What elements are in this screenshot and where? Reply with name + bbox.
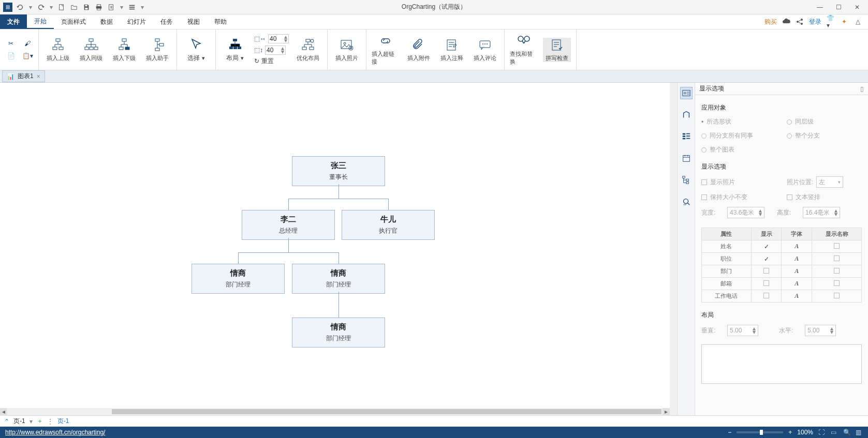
- apps-icon[interactable]: ✦: [840, 18, 848, 26]
- cloud-icon[interactable]: [782, 18, 790, 26]
- qat-dropdown-icon[interactable]: ▾: [28, 3, 33, 12]
- hspacing-input[interactable]: 40▴▾: [268, 34, 289, 43]
- add-page-icon[interactable]: ＋: [37, 417, 43, 426]
- org-node-root[interactable]: 张三 董事长: [292, 156, 385, 186]
- scroll-thumb[interactable]: [112, 409, 661, 414]
- insert-subordinate-button[interactable]: 插入下级: [110, 38, 138, 62]
- dock-shape-icon[interactable]: [680, 109, 693, 121]
- org-node[interactable]: 情商 部门经理: [192, 264, 285, 294]
- zoom-out-icon[interactable]: −: [728, 429, 731, 436]
- insert-hyperlink-button[interactable]: 插入超链接: [372, 34, 400, 66]
- select-button[interactable]: 选择 ▾: [182, 37, 210, 63]
- show-cell[interactable]: [751, 265, 782, 278]
- zoom-tool-icon[interactable]: 🔍: [843, 429, 850, 436]
- showname-cell[interactable]: [812, 253, 862, 265]
- qat-dropdown2-icon[interactable]: ▾: [49, 3, 54, 12]
- ruler-icon[interactable]: ▥: [856, 429, 863, 436]
- qat-dropdown4-icon[interactable]: ▾: [140, 3, 145, 12]
- insert-comment-button[interactable]: 插入评论: [471, 38, 499, 62]
- zoom-in-icon[interactable]: +: [788, 429, 792, 436]
- page-tab[interactable]: 页-1: [57, 417, 69, 426]
- status-url[interactable]: http://www.edrawsoft.cn/orgcharting/: [5, 429, 105, 436]
- copy-icon[interactable]: 📄: [5, 51, 17, 61]
- table-row[interactable]: 邮箱A: [702, 278, 862, 290]
- find-replace-button[interactable]: 查找和替换: [510, 34, 538, 66]
- login-link[interactable]: 登录: [809, 18, 821, 26]
- horizontal-scrollbar[interactable]: ◂ ▸: [0, 408, 670, 415]
- format-painter-icon[interactable]: 🖌: [22, 39, 33, 48]
- page-label-left[interactable]: 页-1: [13, 417, 25, 426]
- panel-pin-icon[interactable]: ▯: [860, 85, 864, 93]
- radio-whole-branch[interactable]: 整个分支: [787, 131, 862, 140]
- tab-close-icon[interactable]: ×: [37, 73, 40, 80]
- dock-search-icon[interactable]: [680, 195, 693, 208]
- width-input[interactable]: 43.6毫米▴▾: [727, 207, 764, 218]
- cut-icon[interactable]: ✂: [5, 39, 17, 48]
- vertical-scrollbar[interactable]: [670, 83, 677, 415]
- document-tab[interactable]: 📊 图表1 ×: [2, 70, 45, 82]
- menu-start[interactable]: 开始: [27, 14, 54, 29]
- undo-icon[interactable]: [16, 3, 25, 12]
- org-node[interactable]: 情商 部门经理: [292, 264, 385, 294]
- horiz-input[interactable]: 5.00▴▾: [805, 325, 836, 336]
- radio-selected-shape[interactable]: •所选形状: [701, 117, 776, 126]
- optimize-layout-button[interactable]: 优化布局: [294, 38, 322, 62]
- buy-link[interactable]: 购买: [764, 18, 777, 26]
- fit-page-icon[interactable]: ⛶: [818, 429, 826, 436]
- org-node[interactable]: 情商 部门经理: [292, 318, 385, 348]
- radio-same-branch[interactable]: 同分支所有同事: [701, 131, 776, 140]
- new-file-icon[interactable]: [57, 3, 66, 12]
- dock-calendar-icon[interactable]: [680, 152, 693, 164]
- dock-tree-icon[interactable]: [680, 174, 693, 186]
- menu-view[interactable]: 视图: [180, 14, 207, 29]
- org-node[interactable]: 李二 总经理: [242, 210, 335, 240]
- table-row[interactable]: 部门A: [702, 265, 862, 278]
- check-keep-size[interactable]: 保持大小不变: [701, 193, 776, 202]
- layout-preview[interactable]: [701, 344, 862, 384]
- menu-page-style[interactable]: 页面样式: [54, 14, 93, 29]
- insert-photo-button[interactable]: 插入照片: [333, 38, 361, 62]
- dock-card-icon[interactable]: [680, 87, 693, 99]
- insert-note-button[interactable]: 插入注释: [438, 38, 466, 62]
- table-row[interactable]: 姓名✓A: [702, 240, 862, 253]
- zoom-slider[interactable]: [737, 431, 783, 433]
- fit-width-icon[interactable]: ▭: [831, 429, 838, 436]
- qat-dropdown3-icon[interactable]: ▾: [119, 3, 124, 12]
- dock-fields-icon[interactable]: [680, 130, 693, 143]
- radio-whole-chart[interactable]: 整个图表: [701, 145, 776, 154]
- reset-button[interactable]: ↻ 重置: [254, 57, 289, 66]
- minimize-button[interactable]: —: [815, 3, 825, 12]
- menu-help[interactable]: 帮助: [207, 14, 234, 29]
- collapse-ribbon-icon[interactable]: △: [854, 18, 862, 26]
- font-cell[interactable]: A: [782, 265, 812, 278]
- menu-slides[interactable]: 幻灯片: [120, 14, 153, 29]
- vspacing-input[interactable]: 40▴▾: [265, 46, 286, 55]
- org-node[interactable]: 牛儿 执行官: [342, 210, 435, 240]
- scroll-left-icon[interactable]: ◂: [0, 408, 7, 415]
- export-icon[interactable]: [107, 3, 116, 12]
- maximize-button[interactable]: ☐: [834, 3, 843, 12]
- print-icon[interactable]: [94, 3, 104, 12]
- insert-attachment-button[interactable]: 插入附件: [405, 38, 433, 62]
- layout-button[interactable]: 布局 ▾: [221, 37, 249, 63]
- user-dropdown-icon[interactable]: 👕▾: [827, 18, 835, 26]
- table-row[interactable]: 职位✓A: [702, 253, 862, 265]
- font-cell[interactable]: A: [782, 253, 812, 265]
- table-row[interactable]: 工作电话A: [702, 290, 862, 303]
- showname-cell[interactable]: [812, 278, 862, 290]
- show-cell[interactable]: ✓: [751, 240, 782, 253]
- show-cell[interactable]: [751, 290, 782, 303]
- paste-icon[interactable]: 📋▾: [22, 51, 33, 61]
- insert-superior-button[interactable]: 插入上级: [44, 38, 72, 62]
- spell-check-button[interactable]: 拼写检查: [543, 38, 571, 62]
- scroll-right-icon[interactable]: ▸: [663, 408, 670, 415]
- insert-peer-button[interactable]: 插入同级: [77, 38, 105, 62]
- redo-icon[interactable]: [36, 3, 46, 12]
- show-cell[interactable]: [751, 278, 782, 290]
- share-icon[interactable]: [796, 18, 804, 26]
- page-menu-icon[interactable]: ⋮: [47, 418, 53, 425]
- showname-cell[interactable]: [812, 290, 862, 303]
- check-vertical-text[interactable]: 文本竖排: [787, 193, 862, 202]
- insert-assistant-button[interactable]: 插入助手: [143, 38, 171, 62]
- photo-pos-field[interactable]: 照片位置:左▾: [787, 176, 862, 188]
